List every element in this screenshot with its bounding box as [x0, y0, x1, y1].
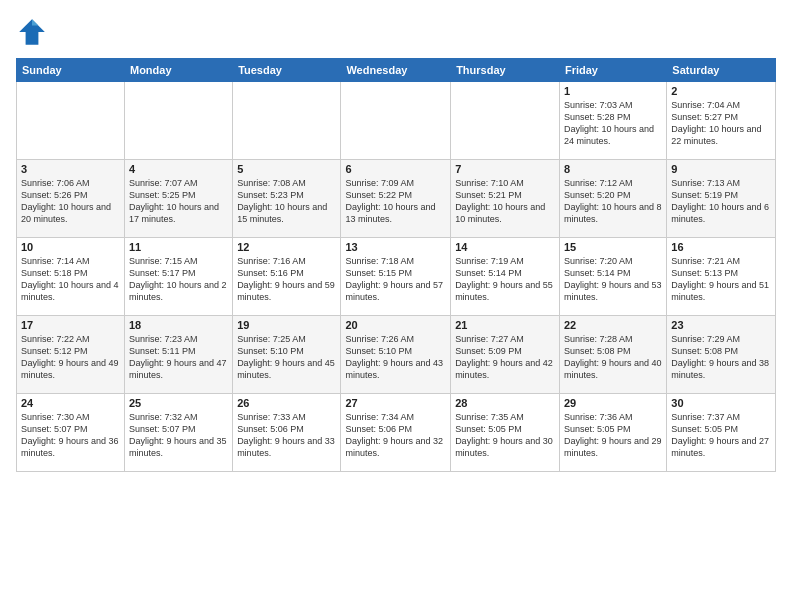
calendar-cell: 9Sunrise: 7:13 AMSunset: 5:19 PMDaylight… [667, 160, 776, 238]
day-number: 26 [237, 397, 336, 409]
day-number: 28 [455, 397, 555, 409]
day-number: 3 [21, 163, 120, 175]
day-number: 22 [564, 319, 662, 331]
calendar-header-row: SundayMondayTuesdayWednesdayThursdayFrid… [17, 59, 776, 82]
day-number: 12 [237, 241, 336, 253]
weekday-header-saturday: Saturday [667, 59, 776, 82]
day-info: Sunrise: 7:29 AMSunset: 5:08 PMDaylight:… [671, 333, 771, 382]
calendar-cell: 7Sunrise: 7:10 AMSunset: 5:21 PMDaylight… [451, 160, 560, 238]
day-number: 21 [455, 319, 555, 331]
calendar-cell: 26Sunrise: 7:33 AMSunset: 5:06 PMDayligh… [233, 394, 341, 472]
calendar-cell: 16Sunrise: 7:21 AMSunset: 5:13 PMDayligh… [667, 238, 776, 316]
day-info: Sunrise: 7:25 AMSunset: 5:10 PMDaylight:… [237, 333, 336, 382]
day-info: Sunrise: 7:06 AMSunset: 5:26 PMDaylight:… [21, 177, 120, 226]
day-number: 23 [671, 319, 771, 331]
day-info: Sunrise: 7:27 AMSunset: 5:09 PMDaylight:… [455, 333, 555, 382]
day-number: 17 [21, 319, 120, 331]
calendar-cell: 25Sunrise: 7:32 AMSunset: 5:07 PMDayligh… [124, 394, 232, 472]
calendar-cell: 10Sunrise: 7:14 AMSunset: 5:18 PMDayligh… [17, 238, 125, 316]
day-number: 29 [564, 397, 662, 409]
weekday-header-tuesday: Tuesday [233, 59, 341, 82]
day-info: Sunrise: 7:18 AMSunset: 5:15 PMDaylight:… [345, 255, 446, 304]
day-info: Sunrise: 7:15 AMSunset: 5:17 PMDaylight:… [129, 255, 228, 304]
day-info: Sunrise: 7:35 AMSunset: 5:05 PMDaylight:… [455, 411, 555, 460]
day-number: 15 [564, 241, 662, 253]
calendar-cell: 20Sunrise: 7:26 AMSunset: 5:10 PMDayligh… [341, 316, 451, 394]
page: SundayMondayTuesdayWednesdayThursdayFrid… [0, 0, 792, 612]
calendar-week-1: 3Sunrise: 7:06 AMSunset: 5:26 PMDaylight… [17, 160, 776, 238]
day-info: Sunrise: 7:12 AMSunset: 5:20 PMDaylight:… [564, 177, 662, 226]
calendar-cell: 17Sunrise: 7:22 AMSunset: 5:12 PMDayligh… [17, 316, 125, 394]
calendar-cell: 3Sunrise: 7:06 AMSunset: 5:26 PMDaylight… [17, 160, 125, 238]
day-number: 8 [564, 163, 662, 175]
calendar-week-4: 24Sunrise: 7:30 AMSunset: 5:07 PMDayligh… [17, 394, 776, 472]
day-number: 13 [345, 241, 446, 253]
calendar-cell [17, 82, 125, 160]
day-number: 25 [129, 397, 228, 409]
svg-marker-1 [32, 19, 38, 25]
day-info: Sunrise: 7:36 AMSunset: 5:05 PMDaylight:… [564, 411, 662, 460]
day-info: Sunrise: 7:19 AMSunset: 5:14 PMDaylight:… [455, 255, 555, 304]
day-info: Sunrise: 7:08 AMSunset: 5:23 PMDaylight:… [237, 177, 336, 226]
day-info: Sunrise: 7:32 AMSunset: 5:07 PMDaylight:… [129, 411, 228, 460]
day-info: Sunrise: 7:22 AMSunset: 5:12 PMDaylight:… [21, 333, 120, 382]
calendar-cell: 14Sunrise: 7:19 AMSunset: 5:14 PMDayligh… [451, 238, 560, 316]
calendar-week-0: 1Sunrise: 7:03 AMSunset: 5:28 PMDaylight… [17, 82, 776, 160]
day-info: Sunrise: 7:03 AMSunset: 5:28 PMDaylight:… [564, 99, 662, 148]
day-number: 24 [21, 397, 120, 409]
day-number: 27 [345, 397, 446, 409]
day-info: Sunrise: 7:23 AMSunset: 5:11 PMDaylight:… [129, 333, 228, 382]
day-number: 6 [345, 163, 446, 175]
calendar-cell: 21Sunrise: 7:27 AMSunset: 5:09 PMDayligh… [451, 316, 560, 394]
logo [16, 16, 52, 48]
day-number: 7 [455, 163, 555, 175]
day-info: Sunrise: 7:28 AMSunset: 5:08 PMDaylight:… [564, 333, 662, 382]
calendar-table: SundayMondayTuesdayWednesdayThursdayFrid… [16, 58, 776, 472]
day-number: 18 [129, 319, 228, 331]
calendar-cell: 4Sunrise: 7:07 AMSunset: 5:25 PMDaylight… [124, 160, 232, 238]
day-info: Sunrise: 7:14 AMSunset: 5:18 PMDaylight:… [21, 255, 120, 304]
day-number: 5 [237, 163, 336, 175]
day-info: Sunrise: 7:34 AMSunset: 5:06 PMDaylight:… [345, 411, 446, 460]
day-info: Sunrise: 7:20 AMSunset: 5:14 PMDaylight:… [564, 255, 662, 304]
calendar-cell: 27Sunrise: 7:34 AMSunset: 5:06 PMDayligh… [341, 394, 451, 472]
day-info: Sunrise: 7:21 AMSunset: 5:13 PMDaylight:… [671, 255, 771, 304]
calendar-cell: 12Sunrise: 7:16 AMSunset: 5:16 PMDayligh… [233, 238, 341, 316]
day-number: 16 [671, 241, 771, 253]
calendar-cell: 15Sunrise: 7:20 AMSunset: 5:14 PMDayligh… [559, 238, 666, 316]
day-info: Sunrise: 7:10 AMSunset: 5:21 PMDaylight:… [455, 177, 555, 226]
day-number: 9 [671, 163, 771, 175]
weekday-header-thursday: Thursday [451, 59, 560, 82]
day-number: 11 [129, 241, 228, 253]
calendar-cell: 18Sunrise: 7:23 AMSunset: 5:11 PMDayligh… [124, 316, 232, 394]
calendar-cell: 13Sunrise: 7:18 AMSunset: 5:15 PMDayligh… [341, 238, 451, 316]
day-info: Sunrise: 7:30 AMSunset: 5:07 PMDaylight:… [21, 411, 120, 460]
calendar-cell: 23Sunrise: 7:29 AMSunset: 5:08 PMDayligh… [667, 316, 776, 394]
calendar-cell: 11Sunrise: 7:15 AMSunset: 5:17 PMDayligh… [124, 238, 232, 316]
logo-icon [16, 16, 48, 48]
day-number: 1 [564, 85, 662, 97]
calendar-cell: 29Sunrise: 7:36 AMSunset: 5:05 PMDayligh… [559, 394, 666, 472]
calendar-cell: 24Sunrise: 7:30 AMSunset: 5:07 PMDayligh… [17, 394, 125, 472]
calendar-cell: 22Sunrise: 7:28 AMSunset: 5:08 PMDayligh… [559, 316, 666, 394]
weekday-header-monday: Monday [124, 59, 232, 82]
day-number: 4 [129, 163, 228, 175]
day-number: 10 [21, 241, 120, 253]
header [16, 16, 776, 48]
day-info: Sunrise: 7:37 AMSunset: 5:05 PMDaylight:… [671, 411, 771, 460]
day-info: Sunrise: 7:13 AMSunset: 5:19 PMDaylight:… [671, 177, 771, 226]
day-number: 20 [345, 319, 446, 331]
calendar-cell: 19Sunrise: 7:25 AMSunset: 5:10 PMDayligh… [233, 316, 341, 394]
calendar-cell: 30Sunrise: 7:37 AMSunset: 5:05 PMDayligh… [667, 394, 776, 472]
weekday-header-wednesday: Wednesday [341, 59, 451, 82]
calendar-cell [233, 82, 341, 160]
day-number: 14 [455, 241, 555, 253]
day-number: 2 [671, 85, 771, 97]
calendar-week-3: 17Sunrise: 7:22 AMSunset: 5:12 PMDayligh… [17, 316, 776, 394]
day-info: Sunrise: 7:16 AMSunset: 5:16 PMDaylight:… [237, 255, 336, 304]
day-info: Sunrise: 7:04 AMSunset: 5:27 PMDaylight:… [671, 99, 771, 148]
weekday-header-friday: Friday [559, 59, 666, 82]
calendar-cell [124, 82, 232, 160]
day-info: Sunrise: 7:07 AMSunset: 5:25 PMDaylight:… [129, 177, 228, 226]
calendar-cell: 5Sunrise: 7:08 AMSunset: 5:23 PMDaylight… [233, 160, 341, 238]
